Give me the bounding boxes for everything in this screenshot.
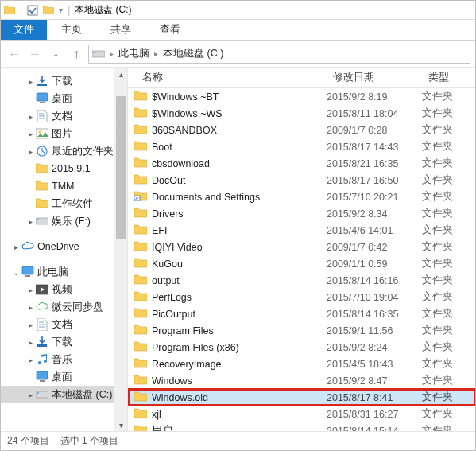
cell-name: DocOut bbox=[128, 173, 327, 187]
up-button[interactable]: ↑ bbox=[68, 45, 85, 63]
address-bar[interactable]: ▸ 此电脑 ▸ 本地磁盘 (C:) bbox=[88, 45, 470, 64]
tree-onedrive[interactable]: ▸ OneDrive bbox=[1, 238, 127, 255]
tree-cdrive[interactable]: ▸ 本地磁盘 (C:) bbox=[1, 386, 127, 403]
tree-desktop2[interactable]: 桌面 bbox=[1, 368, 127, 386]
breadcrumb-current[interactable]: 本地磁盘 (C:) bbox=[163, 47, 223, 60]
file-row[interactable]: 360SANDBOX2009/1/7 0:28文件夹 bbox=[128, 122, 475, 138]
tree-downloads[interactable]: ▸ 下载 📌 bbox=[1, 72, 127, 90]
file-row[interactable]: PicOutput2015/8/14 16:35文件夹 bbox=[128, 305, 475, 322]
tree-folder-a[interactable]: 2015.9.1 bbox=[1, 160, 127, 177]
cell-type: 文件夹 bbox=[422, 207, 475, 220]
chevron-right-icon[interactable]: ▸ bbox=[10, 243, 21, 251]
tab-view[interactable]: 查看 bbox=[145, 20, 195, 40]
body: ▸ 下载 📌 桌面 📌 ▸ 文档 📌 bbox=[1, 68, 475, 431]
folder-icon bbox=[134, 157, 147, 170]
chevron-right-icon[interactable]: ▸ bbox=[25, 338, 36, 347]
cell-date: 2015/8/17 8:41 bbox=[327, 392, 422, 403]
drive-icon bbox=[92, 48, 105, 60]
file-row[interactable]: Documents and Settings2015/7/10 20:21文件夹 bbox=[128, 189, 475, 205]
tree-folder-c[interactable]: 工作软件 bbox=[1, 195, 127, 212]
tree-thispc[interactable]: ⌄ 此电脑 bbox=[1, 263, 127, 281]
chevron-right-icon[interactable]: ▸ bbox=[25, 130, 36, 138]
file-name: PerfLogs bbox=[152, 292, 192, 303]
qat-chevron-icon[interactable]: ▾ bbox=[59, 6, 63, 14]
music-icon bbox=[36, 353, 48, 366]
file-row[interactable]: DocOut2015/8/17 16:50文件夹 bbox=[128, 172, 475, 189]
col-name[interactable]: 名称 bbox=[128, 71, 327, 84]
file-row[interactable]: Windows2015/9/2 8:47文件夹 bbox=[128, 372, 475, 389]
cell-type: 文件夹 bbox=[422, 324, 475, 337]
tree-music[interactable]: ▸ 音乐 bbox=[1, 351, 127, 368]
tree-downloads2[interactable]: ▸ 下载 bbox=[1, 333, 127, 351]
col-type[interactable]: 类型 bbox=[422, 71, 475, 84]
file-row[interactable]: Program Files2015/9/1 11:56文件夹 bbox=[128, 322, 475, 339]
file-row[interactable]: IQIYI Video2009/1/7 0:42文件夹 bbox=[128, 239, 475, 255]
file-row[interactable]: Windows.old2015/8/17 8:41文件夹 bbox=[128, 389, 475, 406]
col-date[interactable]: 修改日期 bbox=[327, 71, 422, 84]
chevron-right-icon[interactable]: ▸ bbox=[108, 49, 115, 58]
cell-date: 2015/8/14 16:16 bbox=[327, 275, 422, 286]
file-row[interactable]: xjl2015/8/31 16:27文件夹 bbox=[128, 406, 475, 422]
tab-file[interactable]: 文件 bbox=[1, 20, 47, 40]
tree-videos[interactable]: ▸ 视频 bbox=[1, 281, 127, 298]
scroll-track[interactable] bbox=[114, 80, 127, 418]
checkbox-icon[interactable] bbox=[27, 5, 38, 16]
file-row[interactable]: output2015/8/14 16:16文件夹 bbox=[128, 272, 475, 289]
chevron-right-icon[interactable]: ▸ bbox=[25, 303, 36, 312]
cell-type: 文件夹 bbox=[422, 224, 475, 237]
cell-type: 文件夹 bbox=[422, 140, 475, 154]
chevron-right-icon[interactable]: ▸ bbox=[25, 286, 36, 294]
file-row[interactable]: $Windows.~WS2015/8/11 18:04文件夹 bbox=[128, 105, 475, 122]
tree-folder-b[interactable]: TMM bbox=[1, 177, 127, 195]
back-button[interactable]: ← bbox=[6, 45, 23, 63]
file-row[interactable]: cbsdownload2015/8/21 16:35文件夹 bbox=[128, 155, 475, 172]
tree-documents2[interactable]: ▸ 文档 bbox=[1, 316, 127, 333]
arrow-left-icon: ← bbox=[8, 47, 21, 61]
cell-date: 2015/8/31 16:27 bbox=[327, 409, 422, 420]
cell-name: Drivers bbox=[128, 207, 327, 220]
tree-entertainment[interactable]: ▸ 娱乐 (F:) bbox=[1, 212, 127, 230]
tree-label: TMM bbox=[52, 181, 124, 192]
tree-label: 此电脑 bbox=[37, 266, 124, 279]
forward-button[interactable]: → bbox=[26, 45, 44, 63]
tree-recent[interactable]: ▸ 最近的文件夹 bbox=[1, 142, 127, 160]
chevron-right-icon[interactable]: ▸ bbox=[25, 112, 36, 121]
breadcrumb-thispc[interactable]: 此电脑 bbox=[118, 47, 149, 60]
scroll-thumb[interactable] bbox=[116, 96, 126, 239]
tab-share[interactable]: 共享 bbox=[96, 20, 145, 40]
file-row[interactable]: 用户2015/8/14 15:14文件夹 bbox=[128, 422, 475, 431]
scroll-up-icon[interactable]: ▴ bbox=[114, 68, 127, 80]
file-row[interactable]: Drivers2015/9/2 8:34文件夹 bbox=[128, 205, 475, 222]
folder-icon bbox=[134, 340, 147, 354]
scroll-down-icon[interactable]: ▾ bbox=[114, 418, 127, 431]
recent-dropdown[interactable]: ⌄ bbox=[47, 45, 64, 63]
chevron-right-icon[interactable]: ▸ bbox=[25, 147, 36, 156]
file-row[interactable]: PerfLogs2015/7/10 19:04文件夹 bbox=[128, 289, 475, 305]
file-row[interactable]: Program Files (x86)2015/9/2 8:24文件夹 bbox=[128, 339, 475, 356]
chevron-right-icon[interactable]: ▸ bbox=[25, 77, 36, 86]
file-row[interactable]: Boot2015/8/17 14:43文件夹 bbox=[128, 138, 475, 155]
file-row[interactable]: EFI2015/4/6 14:01文件夹 bbox=[128, 222, 475, 239]
cell-date: 2015/8/21 16:35 bbox=[327, 158, 422, 169]
chevron-right-icon[interactable]: ▸ bbox=[153, 49, 160, 58]
file-row[interactable]: KuGou2009/1/1 0:59文件夹 bbox=[128, 255, 475, 272]
scrollbar[interactable]: ▴ ▾ bbox=[114, 68, 127, 431]
tree-wysync[interactable]: ▸ 微云同步盘 bbox=[1, 298, 127, 316]
file-row[interactable]: RecoveryImage2015/4/5 18:43文件夹 bbox=[128, 356, 475, 372]
chevron-right-icon[interactable]: ▸ bbox=[25, 356, 36, 364]
tree-pictures[interactable]: ▸ 图片 📌 bbox=[1, 125, 127, 142]
chevron-right-icon[interactable]: ▸ bbox=[25, 217, 36, 226]
file-row[interactable]: $Windows.~BT2015/9/2 8:19文件夹 bbox=[128, 88, 475, 105]
tree-documents[interactable]: ▸ 文档 📌 bbox=[1, 107, 127, 125]
cell-type: 文件夹 bbox=[422, 240, 475, 254]
folder-icon bbox=[134, 391, 147, 404]
tab-home[interactable]: 主页 bbox=[47, 20, 96, 40]
tree-desktop[interactable]: 桌面 📌 bbox=[1, 90, 127, 107]
chevron-down-icon[interactable]: ⌄ bbox=[10, 268, 21, 277]
file-name: IQIYI Video bbox=[152, 242, 203, 253]
cell-name: output bbox=[128, 274, 327, 287]
chevron-right-icon[interactable]: ▸ bbox=[25, 321, 36, 329]
cell-date: 2015/9/2 8:24 bbox=[327, 342, 422, 353]
cell-type: 文件夹 bbox=[422, 340, 475, 354]
chevron-right-icon[interactable]: ▸ bbox=[25, 391, 36, 399]
